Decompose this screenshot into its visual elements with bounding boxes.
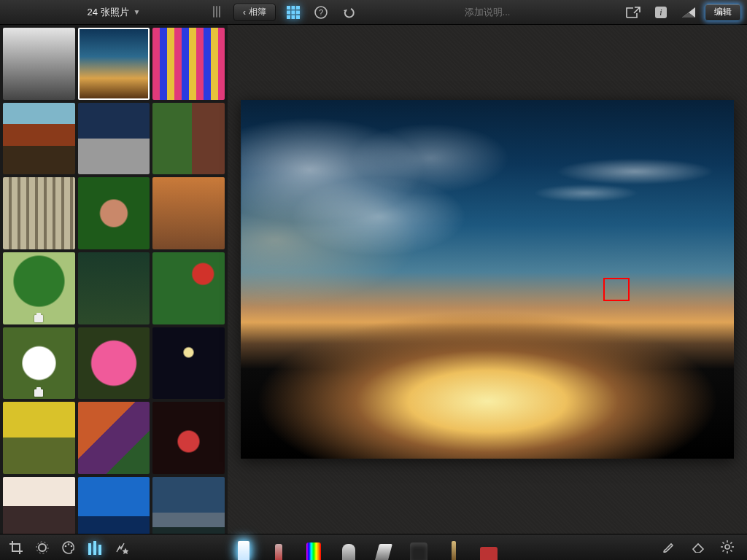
brush-red[interactable] — [270, 538, 287, 560]
thumbnail-grid — [3, 28, 225, 534]
thumbnail[interactable] — [3, 402, 75, 474]
brush-paint-icon[interactable] — [659, 537, 678, 556]
sidebar-toolstrip — [0, 534, 153, 560]
thumbnail[interactable] — [152, 252, 225, 324]
thumbnail[interactable] — [152, 103, 225, 175]
thumbnail[interactable] — [78, 252, 150, 324]
svg-rect-19 — [93, 541, 96, 555]
photo-count-dropdown[interactable]: 24 张照片 ▼ — [88, 6, 141, 19]
brushes-icon[interactable] — [83, 537, 107, 558]
thumbnail[interactable] — [78, 103, 150, 175]
brush-pencil[interactable] — [445, 538, 462, 560]
crop-marker[interactable] — [603, 278, 630, 301]
svg-rect-20 — [98, 545, 101, 555]
svg-rect-1 — [292, 6, 295, 9]
thumbnail[interactable] — [3, 252, 75, 324]
brush-chisel[interactable] — [375, 538, 392, 560]
adjust-icon[interactable] — [678, 4, 699, 21]
svg-rect-8 — [296, 15, 300, 19]
thumbnail-sidebar — [0, 25, 228, 534]
help-icon[interactable]: ? — [311, 4, 331, 21]
share-icon[interactable] — [623, 4, 643, 21]
svg-line-26 — [723, 542, 724, 544]
chevron-down-icon: ▼ — [133, 8, 141, 16]
thumbnail[interactable] — [78, 177, 150, 249]
caption-input[interactable] — [359, 7, 616, 18]
svg-line-27 — [730, 550, 732, 551]
edited-badge-icon — [34, 389, 43, 397]
brush-list — [235, 534, 498, 560]
edited-badge-icon — [34, 315, 43, 322]
effects-icon[interactable] — [109, 537, 133, 558]
thumbnail[interactable] — [3, 477, 75, 534]
thumbnail[interactable] — [152, 327, 225, 400]
thumbnail[interactable] — [152, 402, 225, 474]
svg-text:i: i — [659, 7, 662, 18]
columns-icon[interactable] — [210, 6, 223, 18]
main-photo[interactable] — [241, 100, 734, 459]
svg-point-16 — [68, 543, 70, 545]
thumbnail[interactable] — [3, 28, 75, 100]
crop-icon[interactable] — [4, 537, 28, 558]
brush-rainbow[interactable] — [305, 538, 322, 560]
thumbnail[interactable] — [3, 103, 75, 175]
svg-line-29 — [730, 542, 732, 544]
svg-point-15 — [65, 545, 67, 547]
edit-button[interactable]: 编辑 — [705, 4, 741, 21]
info-icon[interactable]: i — [651, 4, 671, 21]
thumbnail[interactable] — [78, 402, 150, 474]
svg-rect-0 — [287, 6, 290, 9]
brush-dark[interactable] — [410, 538, 427, 560]
svg-line-28 — [723, 550, 724, 551]
back-button[interactable]: ‹ 相簿 — [233, 4, 276, 21]
brush-brick[interactable] — [480, 538, 498, 560]
back-button-label: 相簿 — [249, 6, 266, 18]
svg-point-21 — [725, 545, 729, 549]
thumbnail[interactable] — [78, 28, 150, 100]
brush-soft[interactable] — [340, 538, 357, 560]
svg-rect-2 — [296, 6, 300, 9]
svg-rect-5 — [296, 10, 300, 14]
svg-point-17 — [71, 545, 73, 547]
thumbnail[interactable] — [152, 28, 225, 100]
brush-bar-right — [659, 534, 747, 560]
svg-rect-18 — [88, 543, 91, 555]
grid-view-icon[interactable] — [283, 4, 303, 21]
sidebar-topbar: 24 张照片 ▼ — [0, 0, 228, 25]
main-topbar: ‹ 相簿 ? i 编辑 — [228, 0, 747, 25]
svg-point-13 — [39, 544, 46, 551]
palette-icon[interactable] — [57, 537, 80, 558]
undo-icon[interactable] — [338, 4, 359, 21]
svg-rect-4 — [292, 10, 295, 14]
thumbnail[interactable] — [78, 327, 150, 400]
thumbnail[interactable] — [152, 177, 225, 249]
brush-bar — [153, 534, 747, 560]
exposure-icon[interactable] — [31, 537, 54, 558]
svg-rect-7 — [292, 15, 295, 19]
thumbnail[interactable] — [78, 477, 150, 534]
photo-canvas — [228, 25, 747, 534]
brush-highlight[interactable] — [235, 538, 252, 560]
thumbnail[interactable] — [3, 327, 75, 400]
svg-rect-3 — [287, 10, 290, 14]
edit-button-label: 编辑 — [714, 6, 732, 18]
svg-text:?: ? — [319, 8, 323, 17]
thumbnail[interactable] — [152, 477, 225, 534]
photo-count-label: 24 张照片 — [88, 6, 129, 19]
svg-rect-6 — [287, 15, 290, 19]
gear-icon[interactable] — [718, 537, 737, 556]
eraser-icon[interactable] — [689, 537, 708, 556]
thumbnail[interactable] — [3, 177, 75, 249]
